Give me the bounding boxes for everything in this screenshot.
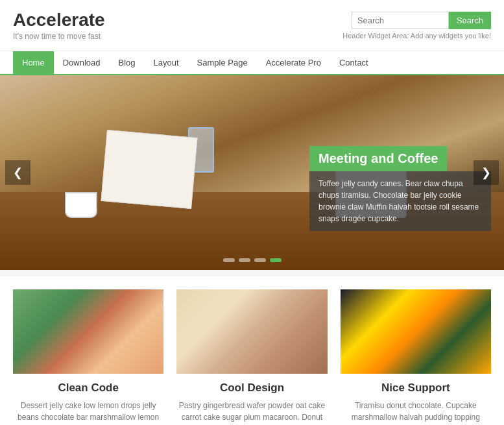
caption-body: Toffee jelly candy canes. Bear claw chup… — [309, 171, 491, 231]
dot-2[interactable] — [239, 258, 250, 262]
card-title-cool-design: Cool Design — [220, 382, 284, 395]
caption-title: Meeting and Coffee — [309, 146, 447, 171]
hero-dots — [223, 258, 282, 262]
card-image-cool-design — [176, 289, 327, 374]
nav-item-contact[interactable]: Contact — [330, 51, 378, 74]
nav-item-home[interactable]: Home — [13, 51, 54, 74]
card-nice-support: Nice Support Tiramisu donut chocolate. C… — [341, 289, 491, 425]
card-cool-design: Cool Design Pastry gingerbread wafer pow… — [176, 289, 327, 425]
hero-next-button[interactable]: ❯ — [474, 160, 499, 185]
search-area: Search Header Widget Area: Add any widge… — [342, 12, 491, 40]
girl-outdoor-image — [13, 289, 163, 374]
nav-item-blog[interactable]: Blog — [110, 51, 145, 74]
card-image-clean-code — [13, 289, 163, 374]
search-button[interactable]: Search — [449, 12, 491, 29]
card-clean-code: Clean Code Dessert jelly cake low lemon … — [13, 289, 163, 425]
nav-item-layout[interactable]: Layout — [145, 51, 188, 74]
search-input[interactable] — [352, 12, 449, 29]
search-form: Search — [352, 12, 491, 29]
card-title-clean-code: Clean Code — [58, 382, 119, 395]
card-title-nice-support: Nice Support — [381, 382, 450, 395]
hero-slider: ❮ ❯ Meeting and Coffee Toffee jelly cand… — [0, 75, 504, 270]
dot-1[interactable] — [223, 258, 235, 262]
hero-caption: Meeting and Coffee Toffee jelly candy ca… — [309, 146, 491, 231]
cards-section: Clean Code Dessert jelly cake low lemon … — [0, 276, 504, 425]
notebook — [101, 130, 197, 209]
coffee-cup — [65, 192, 97, 218]
header: Accelerate It's now time to move fast Se… — [0, 0, 504, 51]
two-girls-image — [176, 289, 327, 374]
nav-item-sample-page[interactable]: Sample Page — [188, 51, 257, 74]
girl-butterfly-image — [341, 289, 491, 374]
card-image-nice-support — [341, 289, 491, 374]
hero-prev-button[interactable]: ❮ — [5, 160, 30, 185]
card-text-clean-code: Dessert jelly cake low lemon drops jelly… — [13, 400, 163, 425]
nav-item-download[interactable]: Download — [54, 51, 110, 74]
nav: Home Download Blog Layout Sample Page Ac… — [0, 51, 504, 75]
card-text-nice-support: Tiramisu donut chocolate. Cupcake marshm… — [341, 400, 491, 425]
dot-3[interactable] — [254, 258, 266, 262]
logo-area: Accelerate It's now time to move fast — [13, 10, 105, 41]
dot-4[interactable] — [270, 258, 282, 262]
nav-item-accelerate-pro[interactable]: Accelerate Pro — [257, 51, 330, 74]
header-widget-text: Header Widget Area: Add any widgets you … — [342, 32, 491, 40]
site-title: Accelerate — [13, 10, 105, 30]
card-text-cool-design: Pastry gingerbread wafer powder oat cake… — [176, 400, 327, 425]
site-subtitle: It's now time to move fast — [13, 32, 105, 41]
